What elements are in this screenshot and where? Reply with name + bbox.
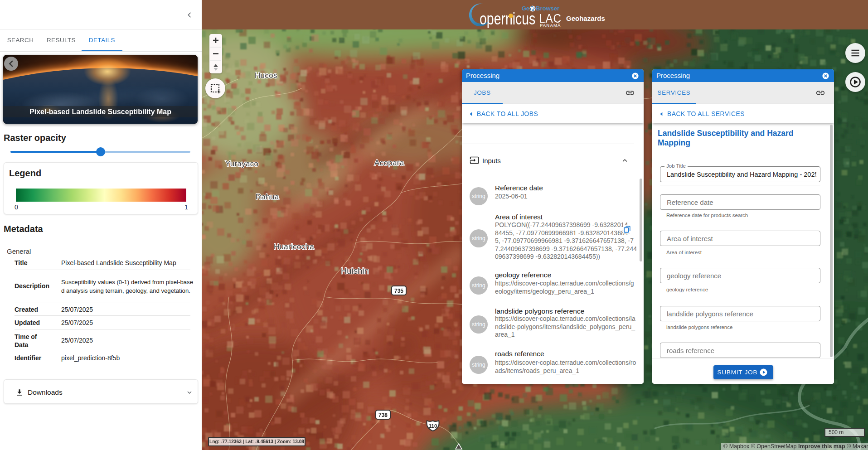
svg-text:Acopara: Acopara — [374, 159, 404, 167]
svg-text:Huishin: Huishin — [341, 266, 369, 276]
svg-text:110: 110 — [429, 423, 437, 429]
svg-text:Rahua: Rahua — [256, 193, 279, 201]
svg-text:Huaricocha: Huaricocha — [274, 242, 314, 251]
svg-text:738: 738 — [378, 412, 388, 418]
svg-text:Yurayaco: Yurayaco — [225, 160, 258, 168]
svg-text:Hucos: Hucos — [255, 71, 277, 80]
svg-text:735: 735 — [394, 288, 403, 294]
